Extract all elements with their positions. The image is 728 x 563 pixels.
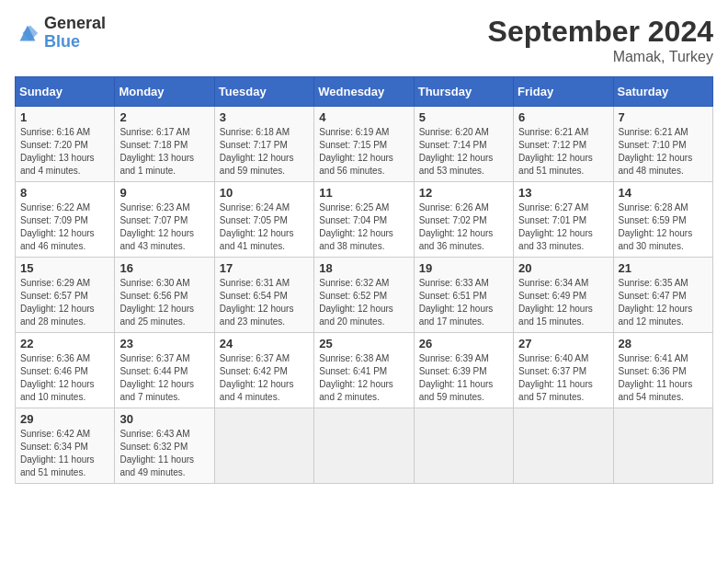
day-info: Sunrise: 6:16 AM Sunset: 7:20 PM Dayligh…	[20, 126, 109, 178]
table-row: 28 Sunrise: 6:41 AM Sunset: 6:36 PM Dayl…	[613, 333, 712, 408]
logo-general: General	[44, 15, 106, 33]
table-row: 2 Sunrise: 6:17 AM Sunset: 7:18 PM Dayli…	[115, 107, 214, 182]
logo-blue: Blue	[44, 33, 106, 52]
day-number: 21	[619, 261, 708, 275]
table-row: 24 Sunrise: 6:37 AM Sunset: 6:42 PM Dayl…	[214, 333, 313, 408]
table-row: 26 Sunrise: 6:39 AM Sunset: 6:39 PM Dayl…	[414, 333, 513, 408]
day-number: 8	[20, 186, 109, 200]
day-number: 27	[518, 337, 608, 350]
table-row: 21 Sunrise: 6:35 AM Sunset: 6:47 PM Dayl…	[613, 258, 712, 333]
day-info: Sunrise: 6:21 AM Sunset: 7:10 PM Dayligh…	[619, 126, 708, 178]
day-number: 13	[518, 186, 608, 200]
day-number: 18	[319, 261, 408, 275]
table-row: 16 Sunrise: 6:30 AM Sunset: 6:56 PM Dayl…	[115, 258, 214, 333]
day-number: 3	[220, 110, 309, 124]
day-info: Sunrise: 6:35 AM Sunset: 6:47 PM Dayligh…	[619, 277, 708, 328]
day-info: Sunrise: 6:29 AM Sunset: 6:57 PM Dayligh…	[20, 277, 109, 328]
day-info: Sunrise: 6:33 AM Sunset: 6:51 PM Dayligh…	[419, 277, 508, 328]
header-saturday: Saturday	[613, 77, 712, 107]
day-number: 26	[419, 337, 508, 350]
empty-cell	[514, 408, 613, 484]
day-number: 25	[319, 337, 408, 350]
day-info: Sunrise: 6:28 AM Sunset: 6:59 PM Dayligh…	[619, 201, 708, 253]
day-info: Sunrise: 6:38 AM Sunset: 6:41 PM Dayligh…	[319, 352, 408, 404]
day-number: 19	[419, 261, 508, 275]
location: Mamak, Turkey	[488, 49, 713, 65]
calendar-header-row: Sunday Monday Tuesday Wednesday Thursday…	[16, 77, 713, 107]
header-friday: Friday	[514, 77, 613, 107]
day-number: 4	[319, 110, 408, 124]
day-info: Sunrise: 6:41 AM Sunset: 6:36 PM Dayligh…	[619, 352, 708, 404]
day-info: Sunrise: 6:31 AM Sunset: 6:54 PM Dayligh…	[220, 277, 309, 328]
table-row: 30 Sunrise: 6:43 AM Sunset: 6:32 PM Dayl…	[115, 408, 214, 484]
empty-cell	[314, 408, 414, 484]
day-number: 9	[119, 186, 209, 200]
table-row: 12 Sunrise: 6:26 AM Sunset: 7:02 PM Dayl…	[414, 182, 513, 258]
empty-cell	[613, 408, 712, 484]
table-row: 23 Sunrise: 6:37 AM Sunset: 6:44 PM Dayl…	[115, 333, 214, 408]
table-row: 7 Sunrise: 6:21 AM Sunset: 7:10 PM Dayli…	[613, 107, 712, 182]
table-row: 18 Sunrise: 6:32 AM Sunset: 6:52 PM Dayl…	[314, 258, 414, 333]
table-row: 25 Sunrise: 6:38 AM Sunset: 6:41 PM Dayl…	[314, 333, 414, 408]
logo-icon	[15, 20, 40, 46]
day-number: 2	[119, 110, 209, 124]
day-number: 24	[220, 337, 309, 350]
day-info: Sunrise: 6:37 AM Sunset: 6:42 PM Dayligh…	[220, 352, 309, 404]
table-row: 11 Sunrise: 6:25 AM Sunset: 7:04 PM Dayl…	[314, 182, 414, 258]
day-info: Sunrise: 6:30 AM Sunset: 6:56 PM Dayligh…	[119, 277, 209, 328]
table-row: 4 Sunrise: 6:19 AM Sunset: 7:15 PM Dayli…	[314, 107, 414, 182]
table-row: 9 Sunrise: 6:23 AM Sunset: 7:07 PM Dayli…	[115, 182, 214, 258]
day-number: 29	[20, 412, 109, 426]
day-info: Sunrise: 6:42 AM Sunset: 6:34 PM Dayligh…	[20, 428, 109, 479]
header-wednesday: Wednesday	[314, 77, 414, 107]
table-row: 8 Sunrise: 6:22 AM Sunset: 7:09 PM Dayli…	[16, 182, 115, 258]
day-number: 30	[119, 412, 209, 426]
header-thursday: Thursday	[414, 77, 513, 107]
day-info: Sunrise: 6:22 AM Sunset: 7:09 PM Dayligh…	[20, 201, 109, 253]
logo: General Blue	[15, 15, 106, 52]
header-tuesday: Tuesday	[214, 77, 313, 107]
table-row: 15 Sunrise: 6:29 AM Sunset: 6:57 PM Dayl…	[16, 258, 115, 333]
calendar-row: 22 Sunrise: 6:36 AM Sunset: 6:46 PM Dayl…	[16, 333, 713, 408]
table-row: 17 Sunrise: 6:31 AM Sunset: 6:54 PM Dayl…	[214, 258, 313, 333]
title-section: September 2024 Mamak, Turkey	[488, 15, 713, 65]
day-number: 12	[419, 186, 508, 200]
table-row: 29 Sunrise: 6:42 AM Sunset: 6:34 PM Dayl…	[16, 408, 115, 484]
day-info: Sunrise: 6:32 AM Sunset: 6:52 PM Dayligh…	[319, 277, 408, 328]
day-info: Sunrise: 6:21 AM Sunset: 7:12 PM Dayligh…	[518, 126, 608, 178]
day-info: Sunrise: 6:34 AM Sunset: 6:49 PM Dayligh…	[518, 277, 608, 328]
day-info: Sunrise: 6:26 AM Sunset: 7:02 PM Dayligh…	[419, 201, 508, 253]
logo-text: General Blue	[44, 15, 106, 52]
table-row: 10 Sunrise: 6:24 AM Sunset: 7:05 PM Dayl…	[214, 182, 313, 258]
calendar-table: Sunday Monday Tuesday Wednesday Thursday…	[15, 76, 713, 484]
page-header: General Blue September 2024 Mamak, Turke…	[15, 15, 713, 65]
table-row: 13 Sunrise: 6:27 AM Sunset: 7:01 PM Dayl…	[514, 182, 613, 258]
day-info: Sunrise: 6:19 AM Sunset: 7:15 PM Dayligh…	[319, 126, 408, 178]
header-sunday: Sunday	[16, 77, 115, 107]
day-number: 6	[518, 110, 608, 124]
table-row: 5 Sunrise: 6:20 AM Sunset: 7:14 PM Dayli…	[414, 107, 513, 182]
table-row: 20 Sunrise: 6:34 AM Sunset: 6:49 PM Dayl…	[514, 258, 613, 333]
day-number: 10	[220, 186, 309, 200]
day-number: 14	[619, 186, 708, 200]
day-number: 5	[419, 110, 508, 124]
day-info: Sunrise: 6:40 AM Sunset: 6:37 PM Dayligh…	[518, 352, 608, 404]
month-title: September 2024	[488, 15, 713, 49]
calendar-row: 29 Sunrise: 6:42 AM Sunset: 6:34 PM Dayl…	[16, 408, 713, 484]
empty-cell	[214, 408, 313, 484]
header-monday: Monday	[115, 77, 214, 107]
day-info: Sunrise: 6:27 AM Sunset: 7:01 PM Dayligh…	[518, 201, 608, 253]
day-info: Sunrise: 6:18 AM Sunset: 7:17 PM Dayligh…	[220, 126, 309, 178]
empty-cell	[414, 408, 513, 484]
day-number: 17	[220, 261, 309, 275]
day-number: 1	[20, 110, 109, 124]
day-info: Sunrise: 6:24 AM Sunset: 7:05 PM Dayligh…	[220, 201, 309, 253]
day-info: Sunrise: 6:25 AM Sunset: 7:04 PM Dayligh…	[319, 201, 408, 253]
table-row: 22 Sunrise: 6:36 AM Sunset: 6:46 PM Dayl…	[16, 333, 115, 408]
day-number: 28	[619, 337, 708, 350]
day-number: 15	[20, 261, 109, 275]
day-info: Sunrise: 6:36 AM Sunset: 6:46 PM Dayligh…	[20, 352, 109, 404]
day-number: 23	[119, 337, 209, 350]
table-row: 27 Sunrise: 6:40 AM Sunset: 6:37 PM Dayl…	[514, 333, 613, 408]
day-number: 20	[518, 261, 608, 275]
